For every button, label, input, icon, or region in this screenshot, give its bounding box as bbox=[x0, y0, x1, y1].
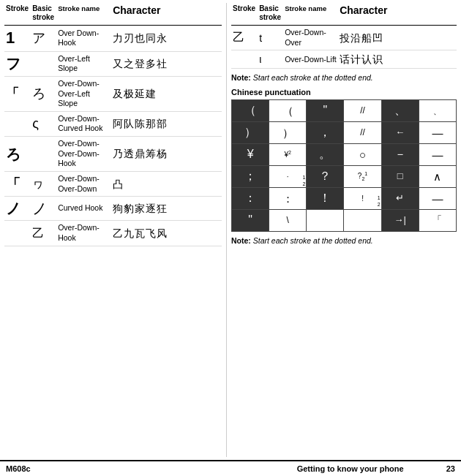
stroke-name: Over-Down-Lift bbox=[283, 50, 338, 69]
basic-stroke-glyph: ς bbox=[31, 111, 56, 136]
punct-row: " \ →| 「 bbox=[232, 210, 457, 232]
stroke-glyph: フ bbox=[4, 51, 31, 76]
table-row: ς Over-Down-Curved Hook 阿队陈那部 bbox=[4, 111, 222, 136]
character-chars: 狗豹家逐狂 bbox=[111, 197, 222, 221]
character-chars: 阿队陈那部 bbox=[111, 111, 222, 136]
character-chars: 又之登多社 bbox=[111, 51, 222, 76]
stroke-glyph: ノ bbox=[4, 197, 31, 221]
right-stroke-table: Stroke Basic stroke Stroke name Characte… bbox=[231, 3, 457, 69]
punct-cell: － bbox=[381, 144, 419, 166]
punct-section-title: Chinese punctuation bbox=[231, 88, 457, 97]
punct-cell: 、 bbox=[419, 100, 456, 122]
punct-cell bbox=[344, 210, 381, 232]
character-chars: 凸 bbox=[111, 172, 222, 197]
punct-cell bbox=[307, 210, 344, 232]
punct-cell: ， bbox=[307, 122, 344, 144]
left-stroke-table: Stroke Basic stroke Stroke name Characte… bbox=[4, 3, 222, 246]
punct-cell: （ bbox=[232, 100, 269, 122]
th-stroke-right: Stroke bbox=[231, 3, 258, 26]
stroke-glyph: 1 bbox=[4, 26, 31, 52]
punct-cell: □ bbox=[381, 166, 419, 188]
basic-stroke-glyph: ノ bbox=[31, 197, 56, 221]
page: Stroke Basic stroke Stroke name Characte… bbox=[0, 0, 461, 476]
punct-cell: ·12 bbox=[269, 166, 307, 188]
basic-stroke-glyph: t bbox=[258, 26, 283, 50]
stroke-glyph bbox=[231, 50, 258, 69]
punct-cell: →| bbox=[381, 210, 419, 232]
stroke-name: Over-Down-Hook bbox=[56, 221, 111, 246]
basic-stroke-glyph: ア bbox=[31, 26, 56, 52]
footer-page: 23 bbox=[446, 464, 455, 473]
basic-stroke-glyph bbox=[31, 137, 56, 172]
basic-stroke-glyph: 乙 bbox=[31, 221, 56, 246]
th-char-left: Character bbox=[111, 3, 222, 26]
punct-cell: ： bbox=[269, 188, 307, 210]
punct-row: ¥13 ¥2 。 ○ － — bbox=[232, 144, 457, 166]
punct-cell: !12 bbox=[344, 188, 381, 210]
punct-cell: ： bbox=[232, 188, 269, 210]
punct-cell: ） bbox=[269, 122, 307, 144]
character-chars: 及极延建 bbox=[111, 76, 222, 111]
th-name-left: Stroke name bbox=[56, 3, 111, 26]
punct-cell: — bbox=[419, 122, 456, 144]
punct-cell: 、 bbox=[381, 100, 419, 122]
punct-cell: ！ bbox=[307, 188, 344, 210]
table-row: 「 ヮ Over-Down-Over-Down 凸 bbox=[4, 172, 222, 197]
th-basic-right: Basic stroke bbox=[258, 3, 283, 26]
character-chars: 乙九瓦飞风 bbox=[111, 221, 222, 246]
basic-stroke-glyph bbox=[31, 51, 56, 76]
punct-cell: // bbox=[344, 122, 381, 144]
th-stroke-left: Stroke bbox=[4, 3, 31, 26]
table-row: 乙 Over-Down-Hook 乙九瓦飞风 bbox=[4, 221, 222, 246]
punct-cell: （ bbox=[269, 100, 307, 122]
stroke-glyph bbox=[4, 221, 31, 246]
th-name-right: Stroke name bbox=[283, 3, 338, 26]
punct-cell: ← bbox=[381, 122, 419, 144]
basic-stroke-glyph: ろ bbox=[31, 76, 56, 111]
stroke-name: Over-Down-Over bbox=[283, 26, 338, 50]
stroke-name: Over-Down-Over-Left Slope bbox=[56, 76, 111, 111]
punct-row: ） ） ， // ← — bbox=[232, 122, 457, 144]
punct-cell: ¥2 bbox=[269, 144, 307, 166]
stroke-glyph bbox=[4, 111, 31, 136]
punct-cell: " bbox=[307, 100, 344, 122]
table-row: ι Over-Down-Lift 话计认识 bbox=[231, 50, 457, 69]
table-row: フ Over-Left Slope 又之登多社 bbox=[4, 51, 222, 76]
punct-cell: — bbox=[419, 144, 456, 166]
punct-cell: " bbox=[232, 210, 269, 232]
punct-cell: 「 bbox=[419, 210, 456, 232]
character-chars: 话计认识 bbox=[338, 50, 457, 69]
punct-cell: ？ bbox=[307, 166, 344, 188]
th-char-right: Character bbox=[338, 3, 457, 26]
table-row: ろ Over-Down-Over-Down-Hook 乃透鼎筹杨 bbox=[4, 137, 222, 172]
punct-cell: ↵ bbox=[381, 188, 419, 210]
punct-row: ； ·12 ？ ?21 □ ∧ bbox=[232, 166, 457, 188]
basic-stroke-glyph: ヮ bbox=[31, 172, 56, 197]
stroke-glyph: 「 bbox=[4, 76, 31, 111]
table-row: 1 ア Over Down-Hook 力刃也同永 bbox=[4, 26, 222, 52]
punct-cell: ∧ bbox=[419, 166, 456, 188]
footer-title: Getting to know your phone 23 bbox=[297, 464, 455, 473]
stroke-name: Over-Left Slope bbox=[56, 51, 111, 76]
punct-cell: ； bbox=[232, 166, 269, 188]
table-row: 「 ろ Over-Down-Over-Left Slope 及极延建 bbox=[4, 76, 222, 111]
stroke-name: Over-Down-Over-Down bbox=[56, 172, 111, 197]
table-row: 乙 t Over-Down-Over 投沿船凹 bbox=[231, 26, 457, 50]
punct-cell: ） bbox=[232, 122, 269, 144]
punct-cell: // bbox=[344, 100, 381, 122]
stroke-name: Over-Down-Curved Hook bbox=[56, 111, 111, 136]
note2: Note: Start each stroke at the dotted en… bbox=[231, 235, 457, 246]
left-section: Stroke Basic stroke Stroke name Characte… bbox=[0, 3, 227, 457]
punct-cell: ¥13 bbox=[232, 144, 269, 166]
footer-model: M608c bbox=[6, 464, 31, 473]
punct-table: （ （ " // 、 、 ） ） ， // ← — bbox=[231, 99, 457, 232]
stroke-glyph: ろ bbox=[4, 137, 31, 172]
character-chars: 力刃也同永 bbox=[111, 26, 222, 52]
punct-cell: ○ bbox=[344, 144, 381, 166]
th-basic-left: Basic stroke bbox=[31, 3, 56, 26]
punct-row: ： ： ！ !12 ↵ — bbox=[232, 188, 457, 210]
punct-cell: ?21 bbox=[344, 166, 381, 188]
footer: M608c Getting to know your phone 23 bbox=[0, 460, 461, 476]
stroke-name: Over Down-Hook bbox=[56, 26, 111, 52]
right-section: Stroke Basic stroke Stroke name Characte… bbox=[227, 3, 461, 457]
